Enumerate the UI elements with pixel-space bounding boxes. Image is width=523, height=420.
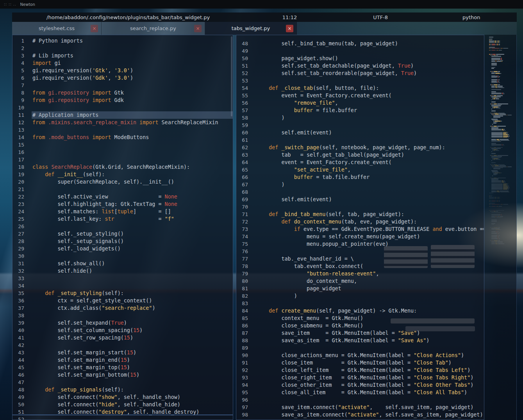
code-line-59[interactable]: 59: [236, 122, 484, 129]
code-line-85[interactable]: 85 context_menu = Gtk.Menu(): [236, 315, 484, 322]
code-line-52[interactable]: 52: [12, 416, 233, 420]
code-line-7[interactable]: 7: [12, 82, 233, 89]
code-line-15[interactable]: 15: [12, 141, 233, 148]
code-line-54[interactable]: 54 def _close_tab(self, button, file):: [236, 84, 484, 92]
code-line-48[interactable]: 48 self._bind_tab_menu(tab, page_widget): [236, 40, 484, 47]
code-line-36[interactable]: 36 ctx = self.get_style_context(): [12, 297, 233, 304]
code-line-33[interactable]: 33: [12, 275, 233, 282]
code-line-19[interactable]: 19 def __init__(self):: [12, 171, 233, 178]
code-line-96[interactable]: 96: [236, 396, 484, 404]
right-editor-pane[interactable]: 48 self._bind_tab_menu(tab, page_widget)…: [236, 35, 484, 420]
code-line-84[interactable]: 84 def create_menu(self, page_widget) ->…: [236, 307, 484, 315]
encoding-indicator[interactable]: UTF-8: [335, 14, 426, 20]
code-line-72[interactable]: 72 def do_context_menu(tab, eve, page_wi…: [236, 218, 484, 225]
code-line-48[interactable]: 48 def _setup_signals(self):: [12, 386, 233, 393]
code-line-46[interactable]: 46 self.set_margin_bottom(15): [12, 371, 233, 379]
code-line-61[interactable]: 61: [236, 136, 484, 144]
code-line-80[interactable]: 80 do_context_menu,: [236, 277, 484, 285]
code-line-53[interactable]: 53: [236, 77, 484, 84]
code-line-51[interactable]: 51 self.set_tab_detachable(page_widget, …: [236, 62, 484, 70]
code-line-43[interactable]: 43 self.set_margin_start(15): [12, 349, 233, 356]
code-line-39[interactable]: 39 self.set_hexpand(True): [12, 319, 233, 327]
code-line-1[interactable]: 1# Python imports: [12, 37, 233, 45]
code-line-42[interactable]: 42: [12, 341, 233, 349]
code-line-11[interactable]: 11# Application imports: [12, 111, 233, 119]
code-line-5[interactable]: 5gi.require_version('Gtk', '3.0'): [12, 67, 233, 74]
code-line-41[interactable]: 41 self.set_row_spacing(15): [12, 334, 233, 341]
close-tab-icon[interactable]: ×: [91, 25, 98, 32]
code-line-3[interactable]: 3# Lib imports: [12, 52, 233, 59]
code-line-21[interactable]: 21: [12, 186, 233, 193]
code-line-58[interactable]: 58 ): [236, 114, 484, 122]
minimap[interactable]: [484, 35, 517, 420]
tab-stylesheet.css[interactable]: stylesheet.css×: [12, 22, 102, 35]
code-line-94[interactable]: 94 close_other_item = Gtk.MenuItem(label…: [236, 381, 484, 389]
close-tab-icon[interactable]: ×: [194, 25, 202, 32]
code-line-90[interactable]: 90 close_actions_menu = Gtk.MenuItem(lab…: [236, 352, 484, 359]
code-line-6[interactable]: 6gi.require_version('Gdk', '3.0'): [12, 74, 233, 82]
language-indicator[interactable]: python: [426, 14, 517, 20]
code-line-82[interactable]: 82 ): [236, 292, 484, 300]
code-line-56[interactable]: 56 "remove_file",: [236, 99, 484, 107]
code-line-65[interactable]: 65 "set_active_file",: [236, 166, 484, 173]
code-line-83[interactable]: 83: [236, 300, 484, 307]
code-line-81[interactable]: 81 page_widget: [236, 285, 484, 292]
code-line-10[interactable]: 10: [12, 104, 233, 111]
code-line-8[interactable]: 8from gi.repository import Gtk: [12, 89, 233, 97]
code-line-76[interactable]: 76: [236, 248, 484, 255]
code-line-4[interactable]: 4import gi: [12, 59, 233, 67]
code-line-71[interactable]: 71 def _bind_tab_menu(self, tab, page_wi…: [236, 211, 484, 218]
code-line-27[interactable]: 27 self._setup_styling(): [12, 230, 233, 238]
code-line-14[interactable]: 14from .mode_buttons import ModeButtons: [12, 134, 233, 141]
code-line-31[interactable]: 31 self.show_all(): [12, 260, 233, 267]
code-line-91[interactable]: 91 close_item = Gtk.MenuItem(label = "Cl…: [236, 359, 484, 366]
code-line-20[interactable]: 20 super(SearchReplace, self).__init__(): [12, 178, 233, 186]
code-line-78[interactable]: 78 tab.event_box.connect(: [236, 263, 484, 270]
code-line-74[interactable]: 74 menu = self.create_menu(page_widget): [236, 233, 484, 240]
code-line-88[interactable]: 88 save_as_item = Gtk.MenuItem(label = "…: [236, 337, 484, 344]
close-tab-icon[interactable]: ×: [286, 25, 293, 32]
code-line-75[interactable]: 75 menu.popup_at_pointer(eve): [236, 240, 484, 248]
code-line-16[interactable]: 16: [12, 148, 233, 156]
left-pane-scrollbar[interactable]: [231, 36, 232, 116]
code-line-45[interactable]: 45 self.set_margin_top(15): [12, 364, 233, 371]
code-line-50[interactable]: 50 page_widget.show(): [236, 55, 484, 62]
code-line-49[interactable]: 49: [236, 47, 484, 55]
code-line-87[interactable]: 87 save_item = Gtk.MenuItem(label = "Sav…: [236, 329, 484, 337]
code-line-47[interactable]: 47: [12, 379, 233, 386]
code-line-77[interactable]: 77 tab._eve_handler_id = \: [236, 255, 484, 263]
code-line-2[interactable]: 2: [12, 45, 233, 52]
code-line-29[interactable]: 29 self._load_widgets(): [12, 245, 233, 252]
code-line-13[interactable]: 13: [12, 126, 233, 134]
code-line-9[interactable]: 9from gi.repository import Gdk: [12, 97, 233, 104]
code-line-44[interactable]: 44 self.set_margin_end(15): [12, 356, 233, 364]
code-line-95[interactable]: 95 close_all_item = Gtk.MenuItem(label =…: [236, 389, 484, 396]
code-line-40[interactable]: 40 self.set_column_spacing(15): [12, 327, 233, 334]
code-line-28[interactable]: 28 self._setup_signals(): [12, 238, 233, 245]
code-line-17[interactable]: 17: [12, 156, 233, 163]
code-line-23[interactable]: 23 self.highlight_tag: Gtk.TextTag = Non…: [12, 200, 233, 208]
code-line-34[interactable]: 34: [12, 282, 233, 290]
code-line-60[interactable]: 60 self.emit(event): [236, 129, 484, 136]
tab-search_replace.py[interactable]: search_replace.py×: [102, 22, 205, 35]
code-line-18[interactable]: 18class SearchReplace(Gtk.Grid, SearchRe…: [12, 163, 233, 171]
code-line-26[interactable]: 26: [12, 223, 233, 230]
code-line-55[interactable]: 55 event = Event_Factory.create_event(: [236, 92, 484, 99]
code-line-25[interactable]: 25 self.last_key: str = "f": [12, 215, 233, 223]
code-line-37[interactable]: 37 ctx.add_class("search-replace"): [12, 304, 233, 312]
left-pane-horizontal-scrollbar[interactable]: [12, 415, 233, 415]
left-editor-pane[interactable]: 1# Python imports23# Lib imports4import …: [12, 35, 233, 420]
code-line-50[interactable]: 50 self.connect("hide", self._handle_hid…: [12, 401, 233, 408]
code-line-92[interactable]: 92 close_left_item = Gtk.MenuItem(label …: [236, 366, 484, 374]
code-line-66[interactable]: 66 buffer = tab.file.buffer: [236, 173, 484, 181]
code-line-12[interactable]: 12from .mixins.search_replace_mixin impo…: [12, 119, 233, 126]
code-line-86[interactable]: 86 close_submenu = Gtk.Menu(): [236, 322, 484, 329]
code-line-38[interactable]: 38: [12, 312, 233, 319]
tab-tabs_widget.py[interactable]: tabs_widget.py×: [205, 22, 297, 35]
code-line-57[interactable]: 57 buffer = file.buffer: [236, 107, 484, 114]
code-line-89[interactable]: 89: [236, 344, 484, 352]
code-line-73[interactable]: 73 if eve.type == Gdk.EventType.BUTTON_R…: [236, 225, 484, 233]
code-line-35[interactable]: 35 def _setup_styling(self):: [12, 290, 233, 297]
code-line-68[interactable]: 68: [236, 188, 484, 196]
code-line-97[interactable]: 97 save_item.connect("activate", self.sa…: [236, 404, 484, 411]
